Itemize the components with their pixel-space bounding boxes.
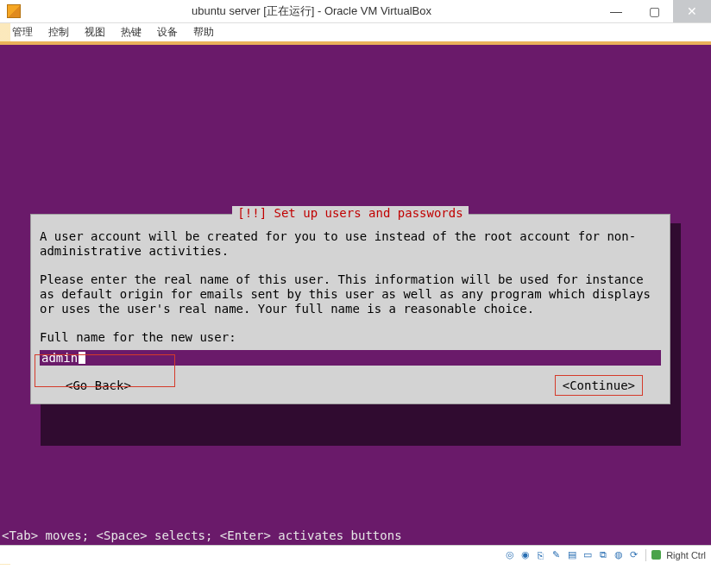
dialog-paragraph-2: Please enter the real name of this user.… bbox=[40, 272, 661, 316]
dialog-heading-text: [!!] Set up users and passwords bbox=[232, 206, 468, 220]
minimize-button[interactable]: — bbox=[597, 0, 635, 22]
menu-hotkeys[interactable]: 热键 bbox=[114, 23, 148, 41]
menu-help[interactable]: 帮助 bbox=[186, 23, 221, 41]
window-controls: — ▢ ✕ bbox=[597, 0, 711, 22]
dialog-heading: [!!] Set up users and passwords bbox=[40, 206, 661, 221]
window-title: ubuntu server [正在运行] - Oracle VM Virtual… bbox=[26, 3, 597, 19]
close-button[interactable]: ✕ bbox=[673, 0, 711, 22]
hdd-icon[interactable]: ◎ bbox=[503, 548, 516, 561]
maximize-button[interactable]: ▢ bbox=[635, 0, 673, 22]
window-title-bar: ubuntu server [正在运行] - Oracle VM Virtual… bbox=[0, 0, 711, 23]
continue-button[interactable]: <Continue> bbox=[557, 378, 640, 393]
installer-console[interactable]: [!!] Set up users and passwords A user a… bbox=[0, 45, 711, 545]
app-icon bbox=[7, 4, 21, 18]
dialog-nav-row: <Go Back> <Continue> bbox=[40, 378, 661, 395]
status-separator bbox=[645, 549, 646, 561]
recording-icon[interactable]: ◍ bbox=[612, 548, 625, 561]
menu-view[interactable]: 视图 bbox=[78, 23, 112, 41]
shared-folder-icon[interactable]: ✎ bbox=[550, 548, 563, 561]
host-key-label: Right Ctrl bbox=[666, 550, 706, 560]
menu-devices[interactable]: 设备 bbox=[150, 23, 185, 41]
fullname-input-value: admin bbox=[41, 351, 78, 366]
status-bar: ◎ ◉ ⎘ ✎ ▤ ▭ ⧉ ◍ ⟳ Right Ctrl bbox=[0, 545, 711, 564]
key-hint-bar: <Tab> moves; <Space> selects; <Enter> ac… bbox=[0, 527, 711, 545]
fullname-input[interactable]: admin bbox=[40, 350, 661, 366]
menu-control[interactable]: 控制 bbox=[41, 23, 76, 41]
host-key-indicator-icon bbox=[651, 550, 661, 560]
text-cursor bbox=[79, 352, 85, 364]
menu-bar: 管理 控制 视图 热键 设备 帮助 bbox=[0, 23, 711, 42]
guest-display: [!!] Set up users and passwords A user a… bbox=[0, 42, 711, 564]
clipboard-icon[interactable]: ⟳ bbox=[627, 548, 640, 561]
go-back-button[interactable]: <Go Back> bbox=[60, 378, 136, 393]
optical-icon[interactable]: ◉ bbox=[519, 548, 532, 561]
menu-manage[interactable]: 管理 bbox=[5, 23, 40, 41]
audio-icon[interactable]: ⧉ bbox=[596, 548, 609, 561]
network-icon[interactable]: ▭ bbox=[581, 548, 594, 561]
usb-icon[interactable]: ⎘ bbox=[534, 548, 547, 561]
user-setup-dialog: [!!] Set up users and passwords A user a… bbox=[30, 214, 670, 404]
dialog-paragraph-1: A user account will be created for you t… bbox=[40, 229, 661, 259]
fullname-prompt: Full name for the new user: bbox=[40, 330, 661, 345]
display-icon[interactable]: ▤ bbox=[565, 548, 578, 561]
